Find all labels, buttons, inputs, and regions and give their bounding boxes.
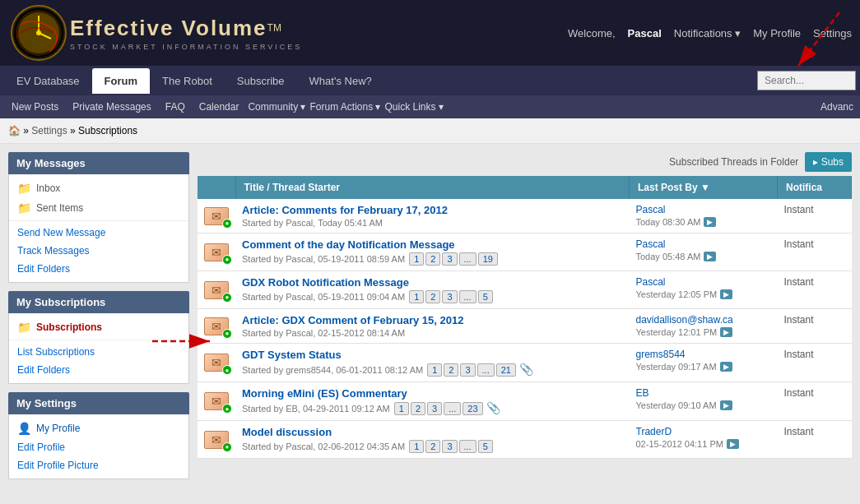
page-link[interactable]: 5 (478, 440, 493, 453)
sidebar-inbox[interactable]: 📁 Inbox (9, 178, 188, 198)
page-link[interactable]: 1 (409, 290, 424, 303)
page-link[interactable]: 21 (496, 363, 516, 377)
header-username[interactable]: Pascal (628, 27, 662, 39)
last-post-user[interactable]: grems8544 (636, 349, 686, 360)
subnav-community-dropdown[interactable]: Community ▾ (248, 101, 305, 113)
page-link[interactable]: 1 (409, 252, 424, 266)
thread-starter: Started by EB, 04-29-2011 09:12 AM123...… (242, 401, 623, 415)
go-to-post-icon[interactable]: ▶ (720, 289, 732, 299)
notification-type: Instant (784, 349, 814, 360)
go-to-post-icon[interactable]: ▶ (704, 217, 716, 227)
page-link[interactable]: 5 (478, 290, 493, 303)
notification-type: Instant (784, 276, 814, 288)
last-post-user[interactable]: Pascal (636, 238, 666, 250)
subnav-quick-links-dropdown[interactable]: Quick Links ▾ (385, 101, 444, 113)
tab-forum[interactable]: Forum (92, 68, 150, 94)
subnav-forum-actions-dropdown[interactable]: Forum Actions ▾ (309, 101, 380, 113)
thread-title-link[interactable]: Morning eMini (ES) Commentary (242, 387, 407, 400)
sidebar-track-messages[interactable]: Track Messages (9, 242, 188, 260)
page-link[interactable]: 1 (427, 363, 442, 377)
subnav-new-posts[interactable]: New Posts (7, 99, 63, 115)
sidebar-sent-items-label: Sent Items (36, 202, 83, 214)
sidebar-my-profile[interactable]: 👤 My Profile (9, 418, 188, 438)
breadcrumb-settings[interactable]: Settings (31, 125, 67, 136)
thread-title-link[interactable]: Comment of the day Notification Message (242, 238, 455, 251)
page-link[interactable]: 2 (411, 402, 425, 415)
last-post-user[interactable]: Pascal (636, 276, 666, 288)
notifications-button[interactable]: Notifications ▾ (674, 27, 741, 39)
thread-icon-cell: ✉ ● (198, 199, 235, 234)
thread-title-link[interactable]: GDT System Status (242, 349, 342, 361)
go-to-post-icon[interactable]: ▶ (720, 400, 732, 410)
go-to-post-icon[interactable]: ▶ (720, 362, 732, 372)
go-to-post-icon[interactable]: ▶ (727, 439, 739, 449)
page-link[interactable]: 3 (442, 252, 457, 266)
folder-icon: 📁 (17, 321, 31, 334)
thread-title-link[interactable]: Article: GDX Comment of February 15, 201… (242, 314, 463, 326)
page-link[interactable]: 3 (460, 363, 475, 377)
page-link[interactable]: ... (459, 440, 476, 453)
sidebar-subscriptions[interactable]: 📁 Subscriptions (9, 317, 188, 337)
table-row: ✉ ● Comment of the day Notification Mess… (198, 234, 852, 271)
attachment-icon: 📎 (486, 401, 500, 414)
thread-title-link[interactable]: Article: Comments for February 17, 2012 (242, 204, 448, 216)
page-link[interactable]: 2 (444, 363, 458, 377)
sidebar-edit-profile-picture[interactable]: Edit Profile Picture (9, 456, 188, 474)
th-title[interactable]: Title / Thread Starter (235, 176, 630, 199)
page-link[interactable]: ... (459, 290, 476, 303)
page-link[interactable]: ... (444, 402, 461, 415)
new-badge: ● (222, 365, 232, 375)
go-to-post-icon[interactable]: ▶ (720, 327, 732, 337)
page-link[interactable]: 1 (394, 402, 409, 415)
sidebar-edit-folders[interactable]: Edit Folders (9, 260, 188, 278)
thread-starter: Started by Pascal, 02-15-2012 08:14 AM (242, 328, 623, 338)
search-input[interactable] (757, 71, 856, 90)
sidebar-sent-items[interactable]: 📁 Sent Items (9, 198, 188, 218)
sidebar-list-subscriptions[interactable]: List Subscriptions (9, 343, 188, 361)
tab-ev-database[interactable]: EV Database (4, 68, 92, 94)
sidebar-edit-folders-label: Edit Folders (17, 263, 70, 275)
last-post-user[interactable]: TraderD (636, 426, 672, 437)
last-post-time: Yesterday 12:05 PM ▶ (636, 289, 771, 299)
settings-button[interactable]: Settings (813, 27, 852, 39)
page-link[interactable]: 2 (425, 440, 440, 453)
my-profile-button[interactable]: My Profile (753, 27, 801, 39)
home-icon[interactable]: 🏠 (8, 125, 21, 136)
page-link[interactable]: ... (477, 363, 495, 377)
thread-icon: ✉ ● (204, 392, 229, 410)
notification-cell: Instant (778, 271, 852, 309)
envelope-symbol: ✉ (212, 246, 221, 259)
tab-the-robot[interactable]: The Robot (150, 68, 225, 94)
thread-icon-cell: ✉ ● (198, 309, 235, 344)
subnav-adv: Advanc (820, 101, 853, 113)
last-post-user[interactable]: davidallison@shaw.ca (636, 314, 733, 326)
page-link[interactable]: 23 (463, 402, 482, 415)
tab-subscribe[interactable]: Subscribe (225, 68, 297, 94)
thread-icon: ✉ ● (204, 317, 229, 335)
tab-whats-new[interactable]: What's New? (297, 68, 384, 94)
sidebar-send-new-message[interactable]: Send New Message (9, 224, 188, 242)
th-last-post[interactable]: Last Post By ▼ (630, 176, 778, 199)
go-to-post-icon[interactable]: ▶ (704, 252, 716, 261)
page-link[interactable]: 3 (427, 402, 442, 415)
subs-tab-button[interactable]: ▸ Subs (805, 152, 852, 172)
thread-title-link[interactable]: Model discussion (242, 426, 332, 438)
thread-icon: ✉ ● (204, 207, 229, 225)
page-link[interactable]: 1 (409, 440, 424, 453)
sidebar-edit-folders2[interactable]: Edit Folders (9, 361, 188, 379)
page-link[interactable]: 2 (425, 252, 440, 266)
page-link[interactable]: 3 (442, 290, 457, 303)
sidebar-edit-profile[interactable]: Edit Profile (9, 438, 188, 456)
page-link[interactable]: ... (459, 252, 476, 266)
subnav-calendar[interactable]: Calendar (194, 99, 244, 115)
thread-title-link[interactable]: GDX Robot Notification Message (242, 276, 409, 289)
page-link[interactable]: 19 (478, 252, 498, 266)
last-post-user[interactable]: EB (636, 387, 649, 399)
subnav-private-messages[interactable]: Private Messages (67, 99, 156, 115)
page-link[interactable]: 2 (425, 290, 440, 303)
last-post-user[interactable]: Pascal (636, 204, 666, 215)
subnav-faq[interactable]: FAQ (160, 99, 190, 115)
page-links: 123...19 (409, 252, 498, 266)
page-link[interactable]: 3 (442, 440, 457, 453)
notification-cell: Instant (778, 344, 852, 382)
